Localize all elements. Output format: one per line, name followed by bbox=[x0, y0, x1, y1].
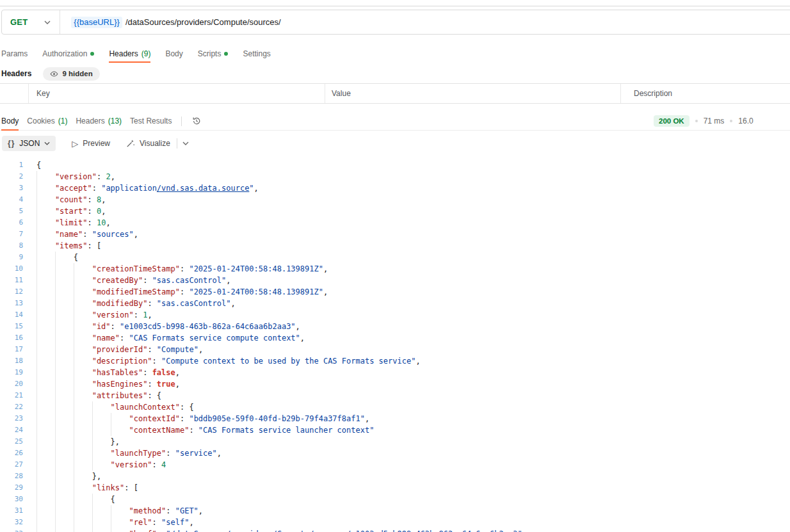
code-text: "version": 2, bbox=[36, 171, 115, 182]
response-tab-headers[interactable]: Headers (13) bbox=[76, 111, 122, 131]
code-text: "id": "e1003cd5-b998-463b-862a-64c6aa6b2… bbox=[36, 321, 300, 332]
tab-authorization-label: Authorization bbox=[42, 49, 87, 58]
visualize-label: Visualize bbox=[140, 139, 170, 148]
code-text: "links": [ bbox=[36, 482, 138, 494]
response-tab-body[interactable]: Body bbox=[1, 111, 19, 131]
visualize-button[interactable]: Visualize bbox=[125, 139, 170, 149]
toolbar-divider bbox=[177, 138, 177, 149]
line-number: 9 bbox=[0, 252, 23, 263]
code-line: 7"name": "sources", bbox=[0, 229, 790, 240]
line-number: 22 bbox=[0, 401, 23, 413]
code-text: }, bbox=[36, 471, 101, 482]
url-input[interactable]: {{baseURL}} /dataSources/providers/Compu… bbox=[60, 17, 790, 28]
code-line: 10"creationTimeStamp": "2025-01-24T00:58… bbox=[0, 263, 790, 275]
code-line: 18"description": "Compute context to be … bbox=[0, 355, 790, 367]
preview-label: Preview bbox=[83, 139, 110, 148]
line-number: 32 bbox=[0, 517, 23, 528]
tab-authorization[interactable]: Authorization bbox=[42, 44, 94, 63]
code-text: "name": "CAS Formats service compute con… bbox=[36, 332, 305, 344]
url-path: /dataSources/providers/Compute/sources/ bbox=[125, 17, 281, 27]
headers-table-key-header: Key bbox=[29, 84, 325, 103]
line-number: 8 bbox=[0, 240, 23, 252]
code-text: "items": [ bbox=[36, 240, 101, 252]
more-options-chevron[interactable] bbox=[182, 141, 189, 145]
line-number: 18 bbox=[0, 355, 23, 367]
code-line: 31"method": "GET", bbox=[0, 505, 790, 517]
response-history-button[interactable] bbox=[191, 116, 202, 126]
code-line: 3"accept": "application/vnd.sas.data.sou… bbox=[0, 182, 790, 194]
code-text: "method": "GET", bbox=[36, 505, 203, 517]
line-number: 29 bbox=[0, 482, 23, 494]
code-text: "start": 0, bbox=[36, 206, 106, 217]
code-text: "modifiedTimeStamp": "2025-01-24T00:58:4… bbox=[36, 286, 328, 298]
code-line: 27"version": 4 bbox=[0, 459, 790, 471]
response-body-json[interactable]: 1{2"version": 2,3"accept": "application/… bbox=[0, 156, 790, 532]
response-tabs: Body Cookies (1) Headers (13) Test Resul… bbox=[1, 111, 202, 131]
tab-body-label: Body bbox=[165, 49, 182, 58]
response-tab-body-label: Body bbox=[1, 117, 19, 125]
hidden-headers-toggle[interactable]: 9 hidden bbox=[43, 67, 99, 81]
tab-scripts-label: Scripts bbox=[198, 49, 222, 58]
response-tab-cookies-label: Cookies bbox=[27, 117, 54, 125]
code-text: { bbox=[36, 159, 41, 171]
line-number: 2 bbox=[0, 171, 23, 182]
headers-table-select-column[interactable] bbox=[0, 84, 29, 103]
code-text: }, bbox=[36, 436, 120, 447]
tab-settings-label: Settings bbox=[243, 49, 270, 58]
method-selector[interactable]: GET bbox=[2, 10, 60, 34]
code-text: "launchType": "service", bbox=[36, 447, 222, 459]
eye-icon bbox=[50, 70, 58, 78]
headers-table-value-header: Value bbox=[325, 84, 621, 103]
line-number: 12 bbox=[0, 286, 23, 298]
code-text: "version": 1, bbox=[36, 309, 152, 321]
line-number: 20 bbox=[0, 378, 23, 390]
line-number: 7 bbox=[0, 229, 23, 240]
code-text: { bbox=[36, 494, 115, 505]
rest-client-window: GET {{baseURL}} /dataSources/providers/C… bbox=[0, 0, 790, 532]
code-line: 4"count": 8, bbox=[0, 194, 790, 206]
code-line: 33"href": "/dataSources/providers/Comput… bbox=[0, 528, 790, 532]
line-number: 11 bbox=[0, 275, 23, 286]
code-line: 1{ bbox=[0, 159, 790, 171]
code-line: 5"start": 0, bbox=[0, 206, 790, 217]
response-body-toolbar: {} JSON ▷ Preview Visualize bbox=[2, 134, 189, 152]
chevron-down-icon bbox=[44, 141, 50, 145]
code-line: 25}, bbox=[0, 436, 790, 447]
code-line: 15"id": "e1003cd5-b998-463b-862a-64c6aa6… bbox=[0, 321, 790, 332]
code-text: "contextId": "bddb905e-59f0-40fd-b29b-79… bbox=[36, 413, 369, 424]
response-meta: 200 OK 71 ms 16.0 bbox=[654, 111, 754, 131]
scripts-modified-dot bbox=[224, 52, 228, 56]
code-line: 24"contextName": "CAS Formats service la… bbox=[0, 424, 790, 436]
code-line: 32"rel": "self", bbox=[0, 517, 790, 528]
response-time: 71 ms bbox=[704, 117, 725, 125]
line-number: 17 bbox=[0, 344, 23, 355]
code-line: 13"modifiedBy": "sas.casControl", bbox=[0, 298, 790, 309]
response-tab-test-results-label: Test Results bbox=[130, 117, 172, 125]
line-number: 33 bbox=[0, 528, 23, 532]
status-badge[interactable]: 200 OK bbox=[654, 115, 689, 127]
meta-dot bbox=[695, 120, 698, 122]
line-number: 4 bbox=[0, 194, 23, 206]
preview-button[interactable]: ▷ Preview bbox=[72, 139, 110, 149]
tab-params[interactable]: Params bbox=[1, 44, 28, 63]
line-number: 15 bbox=[0, 321, 23, 332]
code-line: 6"limit": 10, bbox=[0, 217, 790, 229]
magic-wand-icon bbox=[125, 139, 135, 149]
tab-headers[interactable]: Headers (9) bbox=[109, 44, 150, 63]
format-selector[interactable]: {} JSON bbox=[2, 136, 56, 151]
code-text: "limit": 10, bbox=[36, 217, 111, 229]
line-number: 26 bbox=[0, 447, 23, 459]
response-tab-headers-count: (13) bbox=[108, 117, 122, 125]
tab-settings[interactable]: Settings bbox=[243, 44, 270, 63]
code-text: "href": "/dataSources/providers/Compute/… bbox=[36, 528, 522, 532]
code-text: "launchContext": { bbox=[36, 401, 194, 413]
response-tab-cookies[interactable]: Cookies (1) bbox=[27, 111, 67, 131]
tab-scripts[interactable]: Scripts bbox=[198, 44, 229, 63]
url-variable-chip[interactable]: {{baseURL}} bbox=[71, 17, 122, 28]
line-number: 24 bbox=[0, 424, 23, 436]
response-tab-test-results[interactable]: Test Results bbox=[130, 111, 172, 131]
tab-body[interactable]: Body bbox=[165, 44, 182, 63]
code-line: 11"createdBy": "sas.casControl", bbox=[0, 275, 790, 286]
line-number: 14 bbox=[0, 309, 23, 321]
code-text: "hasTables": false, bbox=[36, 367, 180, 378]
